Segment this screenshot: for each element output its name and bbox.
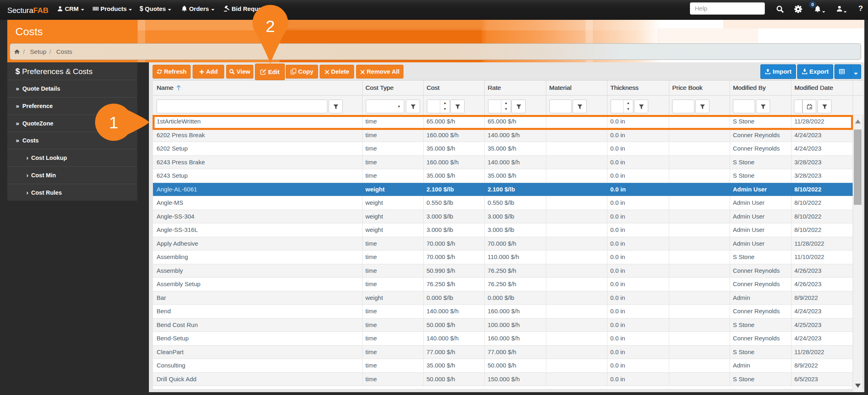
svg-text:2: 2 bbox=[266, 17, 275, 36]
svg-text:1: 1 bbox=[109, 113, 119, 132]
